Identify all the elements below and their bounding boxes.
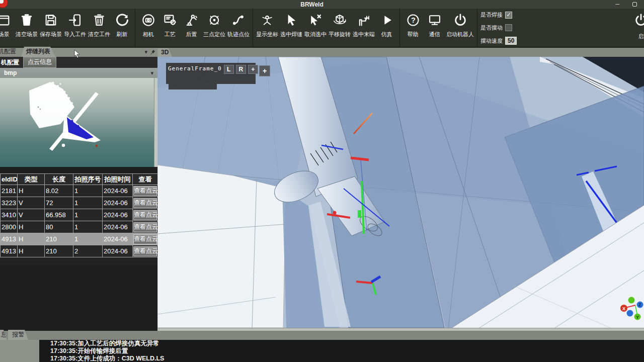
- toolbar-label: 三点定位: [203, 31, 225, 38]
- toolbar-button-refresh[interactable]: 刷新: [111, 9, 133, 47]
- table-cell: H: [18, 221, 45, 233]
- toolbar-label: 后置: [186, 31, 197, 38]
- save-icon: [44, 12, 58, 29]
- table-row[interactable]: 3410V66.95812024-06查看点云: [1, 209, 158, 221]
- tab-3d[interactable]: 3D: [157, 48, 172, 57]
- pointcloud-marker-red: [96, 145, 98, 147]
- view-pointcloud-button[interactable]: 查看点云: [133, 210, 157, 220]
- view-pointcloud-button[interactable]: 查看点云: [133, 186, 157, 196]
- table-cell: V: [18, 209, 45, 221]
- file-dropdown[interactable]: bmp ▾: [0, 68, 157, 78]
- bottom-tab-info[interactable]: 息: [0, 330, 7, 340]
- table-cell: H: [18, 233, 45, 245]
- left-tab-weld-list[interactable]: 焊缝列表: [21, 47, 55, 57]
- scene-icon: [0, 12, 11, 29]
- toolbar-label: 选中末端: [353, 31, 375, 38]
- pointcloud-preview[interactable]: [0, 78, 157, 167]
- table-cell: 2: [73, 245, 103, 257]
- table-cell: 1: [73, 221, 103, 233]
- toolbar-button-coords[interactable]: 显示坐标: [255, 9, 279, 47]
- cursor-x-icon: [308, 12, 323, 29]
- table-cell: 8.02: [45, 185, 73, 197]
- panel-dropdown-icon[interactable]: ▾: [144, 49, 147, 55]
- toolbar-button-scene[interactable]: 场景: [0, 9, 15, 47]
- table-cell: H: [18, 245, 45, 257]
- main-toolbar: 场景清空场景保存场景导入工件清空工件刷新相机工艺后置三点定位轨迹点位显示坐标选中…: [0, 9, 644, 48]
- toolbar-button-trajectory[interactable]: 轨迹点位: [226, 9, 251, 47]
- table-row[interactable]: 2800H8012024-06查看点云: [1, 221, 158, 233]
- swing-speed-input[interactable]: 50: [505, 37, 517, 45]
- left-tab-camera-config[interactable]: 机配置: [0, 47, 21, 57]
- toolbar-button-power[interactable]: 启动机器人: [445, 9, 475, 47]
- toolbar-label: 工艺: [165, 31, 176, 38]
- table-row[interactable]: 2181H8.0212024-06查看点云: [1, 185, 158, 197]
- process-icon: [163, 12, 177, 29]
- log-line: 17:30:35:文件上传成功：C3D WELD.LS: [50, 355, 164, 362]
- toolbar-button-help[interactable]: ?帮助: [402, 9, 424, 47]
- toolbar-button-end-effector[interactable]: 选中末端: [352, 9, 376, 47]
- mouse-cursor-icon: [74, 49, 80, 58]
- weld-checkbox[interactable]: ✓: [505, 12, 512, 19]
- table-cell: 3223: [1, 197, 18, 209]
- toolbar-button-target[interactable]: 三点定位: [202, 9, 226, 47]
- toolbar-button-monitor[interactable]: 通信: [424, 9, 445, 47]
- frame-button-add[interactable]: +: [248, 65, 258, 74]
- cad-scene: X Z Y: [157, 57, 644, 328]
- table-cell: 2024-06: [103, 197, 133, 209]
- frame-name-label: GeneralFrame_0: [168, 64, 222, 73]
- toolbar-label: 通信: [429, 31, 440, 38]
- cursor-icon: [284, 12, 298, 29]
- brweld-window: BRWeld ─ 场景清空场景保存场景导入工件清空工件刷新相机工艺后置三点定位轨…: [0, 0, 644, 362]
- table-row[interactable]: 3223V7212024-06查看点云: [1, 197, 158, 209]
- toolbar-button-trash-filled[interactable]: 清空场景: [15, 9, 39, 47]
- table-cell: H: [18, 185, 45, 197]
- pin-icon[interactable]: [150, 49, 155, 55]
- toolbar-button-camera[interactable]: 相机: [137, 9, 159, 47]
- toolbar-label: 保存场景: [40, 31, 62, 38]
- toolbar-overflow-button[interactable]: 启: [631, 9, 644, 48]
- view-pointcloud-button[interactable]: 查看点云: [133, 222, 157, 232]
- frame-button-l[interactable]: L: [224, 65, 234, 74]
- frame-button-r[interactable]: R: [236, 65, 246, 74]
- scene-canvas[interactable]: X Z Y GeneralFrame_0 LR+ +: [157, 57, 644, 328]
- viewport-3d: 3D: [157, 48, 644, 331]
- toolbar-button-cube-rotate[interactable]: 平移旋转: [328, 9, 352, 47]
- view-pointcloud-button[interactable]: 查看点云: [133, 198, 157, 208]
- toolbar-button-robot-arm[interactable]: 后置: [181, 9, 202, 47]
- toolbar-label: 清空工件: [88, 31, 110, 38]
- toolbar-button-cursor-x[interactable]: 取消选中: [303, 9, 328, 47]
- bottom-tab-alarm[interactable]: 报警: [8, 330, 28, 340]
- frame-toolbar: GeneralFrame_0 LR+: [166, 63, 256, 84]
- table-row[interactable]: 4913H21022024-06查看点云: [1, 245, 158, 257]
- subtab-pointcloud-info[interactable]: 点云信息: [23, 57, 56, 68]
- add-frame-button[interactable]: +: [259, 65, 270, 76]
- view-pointcloud-button[interactable]: 查看点云: [133, 246, 157, 256]
- power-icon: [453, 12, 467, 29]
- toolbar-button-trash-outline[interactable]: 清空工件: [87, 9, 111, 47]
- table-row[interactable]: 4913H21012024-06查看点云: [1, 233, 158, 245]
- toolbar-label: 相机: [143, 31, 154, 38]
- power-icon: [634, 12, 644, 29]
- toolbar-button-import[interactable]: 导入工件: [63, 9, 87, 47]
- toolbar-button-play[interactable]: 仿真: [376, 9, 397, 47]
- toolbar-button-process[interactable]: 工艺: [159, 9, 181, 47]
- svg-text:Y: Y: [636, 315, 639, 320]
- pointcloud-scrollbar[interactable]: [154, 78, 157, 167]
- table-cell: 2024-06: [103, 233, 133, 245]
- view-pointcloud-button[interactable]: 查看点云: [133, 234, 157, 244]
- column-header: 拍照时间: [103, 174, 133, 185]
- cube-rotate-icon: [333, 12, 347, 29]
- toolbar-button-cursor[interactable]: 选中焊缝: [279, 9, 303, 47]
- target-icon: [207, 12, 221, 29]
- svg-text:Z: Z: [638, 302, 641, 307]
- toolbar-button-save[interactable]: 保存场景: [39, 9, 63, 47]
- toolbar-label: 平移旋转: [329, 31, 351, 38]
- toolbar-label: 清空场景: [16, 31, 38, 38]
- table-cell: 72: [45, 197, 73, 209]
- toolbar-label: 取消选中: [304, 31, 327, 38]
- subtab-camera-config[interactable]: 机配置: [0, 58, 19, 67]
- swing-checkbox[interactable]: [505, 24, 512, 31]
- minimize-button[interactable]: ─: [615, 0, 619, 9]
- column-header: 拍照序号: [73, 174, 103, 185]
- maximize-button[interactable]: [632, 2, 637, 7]
